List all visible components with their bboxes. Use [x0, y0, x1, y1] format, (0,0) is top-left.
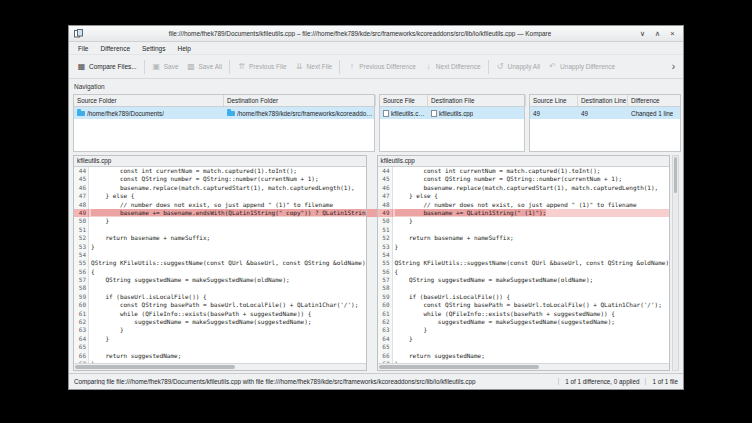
code-line: 51 — [74, 226, 366, 234]
line-number: 56 — [74, 268, 89, 276]
next-difference-button: ↓Next Difference — [420, 58, 485, 76]
code-text: } — [393, 335, 670, 343]
code-line: 64 } — [74, 335, 366, 343]
code-text: } — [393, 243, 670, 251]
next-difference-icon: ↓ — [424, 62, 433, 71]
status-message: Comparing file file:///home/fhek789/Docu… — [74, 378, 552, 385]
source-diff-pane: kfileutils.cpp 44 const int currentNum =… — [73, 155, 367, 371]
line-number: 49 — [378, 209, 393, 217]
menu-file[interactable]: File — [72, 45, 94, 52]
code-text: return suggestedName; — [89, 352, 366, 360]
toolbar-separator — [339, 60, 340, 74]
line-number: 45 — [378, 175, 393, 183]
code-line: 47 } else { — [378, 192, 670, 200]
toolbar-button-label: Compare Files... — [89, 63, 137, 70]
line-number: 65 — [74, 343, 89, 351]
minimize-icon[interactable]: ∨ — [637, 29, 648, 38]
source-folder-column-header[interactable]: Source Folder — [74, 95, 224, 106]
diff-vertical-scrollbar[interactable] — [672, 155, 679, 371]
code-line: 61 while (QFileInfo::exists(basePath + s… — [74, 310, 366, 318]
line-number: 61 — [74, 310, 89, 318]
code-line: 51 — [378, 226, 670, 234]
scrollbar-thumb[interactable] — [379, 365, 539, 369]
code-line: 52 return basename + nameSuffix; — [378, 234, 670, 242]
source-file-column-header[interactable]: Source File — [380, 95, 428, 106]
code-line: 53} — [378, 243, 670, 251]
folders-selected-row[interactable]: /home/fhek789/Documents/ /home/fhek789/k… — [74, 107, 374, 119]
code-line: 52 return basename + nameSuffix; — [74, 234, 366, 242]
code-line: 54 — [378, 251, 670, 259]
file-icon — [431, 110, 437, 117]
code-text: basename.replace(match.capturedStart(1),… — [393, 184, 670, 192]
line-number: 63 — [378, 326, 393, 334]
source-horizontal-scrollbar[interactable] — [74, 363, 366, 370]
changed-code-line[interactable]: 49 basename += QLatin1String(" (1)"); — [378, 209, 670, 217]
toolbar-overflow-icon[interactable]: › — [668, 61, 679, 72]
toolbar-button-label: Save — [164, 63, 179, 70]
code-line: 60 const QString basePath = baseUrl.toLo… — [74, 301, 366, 309]
line-number: 58 — [378, 284, 393, 292]
code-text: suggestedName = makeSuggestedName(sugges… — [393, 318, 670, 326]
titlebar[interactable]: file:///home/fhek789/Documents/kfileutil… — [69, 26, 683, 42]
code-line: 60 const QString basePath = baseUrl.toLo… — [378, 301, 670, 309]
line-number: 62 — [74, 318, 89, 326]
code-line: 55QString KFileUtils::suggestName(const … — [74, 259, 366, 267]
source-file-cell: kfileutils.cpp — [380, 107, 428, 119]
navigation-dock-title: Navigation — [74, 83, 105, 90]
status-differences: 1 of 1 difference, 0 applied — [558, 378, 639, 385]
scrollbar-thumb[interactable] — [75, 365, 235, 369]
menubar: File Difference Settings Help — [69, 42, 683, 55]
previous-file-button: ⇈Previous File — [233, 58, 291, 76]
code-text: const QString basePath = baseUrl.toLocal… — [89, 301, 366, 309]
save-button: ▣Save — [148, 58, 183, 76]
code-text: while (QFileInfo::exists(basePath + sugg… — [89, 310, 366, 318]
source-line-column-header[interactable]: Source Line — [530, 95, 578, 106]
destination-horizontal-scrollbar[interactable] — [378, 363, 670, 370]
destination-code-area[interactable]: 44 const int currentNum = match.captured… — [378, 167, 670, 363]
code-text: QString suggestedName = makeSuggestedNam… — [89, 276, 366, 284]
code-text: { — [393, 268, 670, 276]
destination-line-column-header[interactable]: Destination Line — [578, 95, 628, 106]
line-number: 55 — [378, 259, 393, 267]
line-number: 50 — [378, 217, 393, 225]
code-text: return basename + nameSuffix; — [393, 234, 670, 242]
code-line: 66 return suggestedName; — [74, 352, 366, 360]
lines-selected-row[interactable]: 49 49 Changed 1 line — [530, 107, 680, 119]
navigation-dock-header[interactable]: Navigation — [69, 79, 683, 94]
code-text: while (QFileInfo::exists(basePath + sugg… — [393, 310, 670, 318]
window-title: file:///home/fhek789/Documents/kfileutil… — [87, 30, 633, 37]
code-text: } else { — [89, 192, 366, 200]
files-selected-row[interactable]: kfileutils.cpp kfileutils.cpp — [380, 107, 524, 119]
destination-folder-column-header[interactable]: Destination Folder — [224, 95, 376, 106]
source-code-area[interactable]: 44 const int currentNum = match.captured… — [74, 167, 366, 363]
code-line: 48 // number does not exist, so just app… — [74, 201, 366, 209]
source-line-cell: 49 — [530, 107, 578, 119]
difference-column-header[interactable]: Difference — [628, 95, 682, 106]
code-text: { — [89, 268, 366, 276]
code-text: if (baseUrl.isLocalFile()) { — [393, 293, 670, 301]
changed-code-line[interactable]: 49 basename += basename.endsWith(QLatin1… — [74, 209, 366, 217]
code-text: } else { — [393, 192, 670, 200]
menu-help[interactable]: Help — [172, 45, 197, 52]
menu-difference[interactable]: Difference — [94, 45, 136, 52]
previous-difference-icon: ↑ — [347, 62, 356, 71]
navigation-lines-panel: Source Line Destination Line Difference … — [529, 94, 681, 152]
source-folder-cell: /home/fhek789/Documents/ — [74, 107, 224, 119]
line-number: 60 — [74, 301, 89, 309]
code-text: basename += basename.endsWith(QLatin1Str… — [89, 209, 366, 217]
code-text: } — [393, 217, 670, 225]
app-icon — [74, 29, 83, 38]
navigation-files-panel: Source File Destination File kfileutils.… — [379, 94, 525, 152]
close-icon[interactable]: × — [667, 29, 678, 38]
unapply-all-icon: ↺ — [496, 62, 505, 71]
code-text: } — [393, 326, 670, 334]
destination-file-column-header[interactable]: Destination File — [428, 95, 526, 106]
scrollbar-thumb[interactable] — [674, 157, 677, 193]
compare-files-button[interactable]: ▦Compare Files... — [73, 58, 141, 76]
menu-settings[interactable]: Settings — [136, 45, 172, 52]
code-line: 63 } — [378, 326, 670, 334]
code-line: 45 const QString number = QString::numbe… — [378, 175, 670, 183]
code-line: 59 if (baseUrl.isLocalFile()) { — [74, 293, 366, 301]
line-number: 64 — [378, 335, 393, 343]
maximize-icon[interactable]: ∧ — [652, 29, 663, 38]
